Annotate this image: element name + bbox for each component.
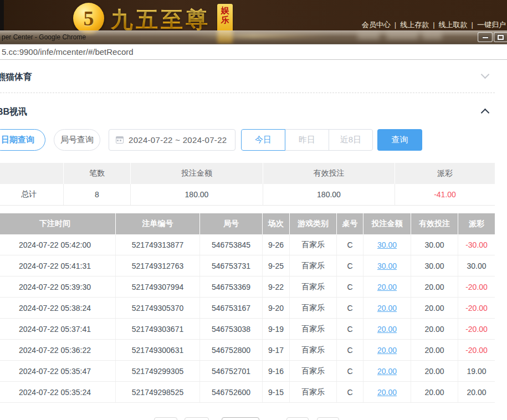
cell-payout: 19.00 <box>458 361 495 381</box>
badge-char: 乐 <box>221 15 229 24</box>
chevron-down-icon[interactable] <box>481 70 490 79</box>
cell-valid-bet: 20.00 <box>411 298 458 318</box>
nav-separator: | <box>395 21 396 29</box>
search-button[interactable]: 查询 <box>377 129 422 151</box>
cell-bet-time: 2024-07-22 05:37:41 <box>0 319 116 339</box>
cell-valid-bet: 20.00 <box>411 276 458 297</box>
cell-order-id: 521749303671 <box>116 319 200 339</box>
cell-table-id: C <box>337 276 363 297</box>
bet-table-rows: 2024-07-22 05:42:00521749313877546753845… <box>0 234 495 403</box>
summary-payout: -41.00 <box>395 184 495 205</box>
maximize-icon <box>498 35 504 40</box>
quick-date-group: 今日 昨日 近8日 <box>241 129 373 151</box>
cell-session: 9-15 <box>263 382 290 402</box>
logo-coin-icon: 5 <box>73 3 104 34</box>
cell-table-id: C <box>337 234 363 255</box>
bet-table-header-row: 下注时间注单编号局号场次游戏类别桌号投注金额有效投注派彩 <box>0 213 495 234</box>
cell-session: 9-16 <box>263 361 290 381</box>
cell-order-id: 521749305370 <box>116 298 200 318</box>
date-query-tab[interactable]: 日期查询 <box>0 129 45 151</box>
cell-valid-bet: 30.00 <box>411 255 458 276</box>
cell-order-id: 521749307994 <box>116 276 200 297</box>
bet-amount-link[interactable]: 30.00 <box>377 262 397 270</box>
section-bb-video[interactable]: BB视讯 <box>0 103 495 120</box>
cell-valid-bet: 20.00 <box>411 319 458 339</box>
cell-order-id: 521749313877 <box>116 234 200 255</box>
bet-amount-link[interactable]: 20.00 <box>377 283 397 291</box>
date-range-value: 2024-07-22 ~ 2024-07-22 <box>129 135 227 145</box>
cell-bet-time: 2024-07-22 05:38:24 <box>0 298 116 318</box>
section-panda-sports[interactable]: 熊猫体育 <box>0 68 495 85</box>
cell-table-id: C <box>337 319 363 339</box>
cell-order-id: 521749298525 <box>116 382 200 402</box>
bet-col-header: 场次 <box>263 213 290 234</box>
cell-game-type: 百家乐 <box>290 234 337 255</box>
bet-col-header: 游戏类别 <box>290 213 337 234</box>
screen: 5 九五至尊 娱乐 会员中心|线上存款|线上取款|一键归户 per Center… <box>0 0 507 420</box>
cell-session: 9-19 <box>263 319 290 339</box>
cell-round-id: 546753845 <box>200 234 263 255</box>
window-title: per Center - Google Chrome <box>2 33 86 41</box>
cell-bet-amount: 20.00 <box>363 382 411 402</box>
banner-nav-links: 会员中心|线上存款|线上取款|一键归户 <box>362 20 506 30</box>
cell-game-type: 百家乐 <box>290 298 337 318</box>
last8days-button[interactable]: 近8日 <box>329 129 373 151</box>
bet-col-header: 派彩 <box>458 213 495 234</box>
minimize-button[interactable] <box>478 32 493 42</box>
bet-amount-link[interactable]: 20.00 <box>377 304 397 313</box>
cell-bet-time: 2024-07-22 05:35:24 <box>0 382 116 402</box>
cell-session: 9-25 <box>263 255 290 276</box>
bet-amount-link[interactable]: 20.00 <box>377 367 397 376</box>
cell-table-id: C <box>337 340 363 360</box>
cell-bet-amount: 30.00 <box>363 255 411 276</box>
summary-total-row: 总计 8 180.00 180.00 -41.00 <box>0 184 495 206</box>
banner-link[interactable]: 线上存款 <box>400 21 429 29</box>
pagination-button[interactable] <box>154 417 177 420</box>
maximize-button[interactable] <box>494 32 507 42</box>
cell-round-id: 546752600 <box>200 382 263 402</box>
table-row: 2024-07-22 05:41:31521749312763546753731… <box>0 255 495 276</box>
bet-amount-link[interactable]: 30.00 <box>377 240 397 249</box>
summary-table: 笔数投注金额有效投注派彩 总计 8 180.00 180.00 -41.00 <box>0 163 495 206</box>
pagination-button[interactable] <box>317 417 339 420</box>
cell-valid-bet: 20.00 <box>411 382 458 402</box>
cell-session: 9-17 <box>263 340 290 360</box>
cell-bet-amount: 30.00 <box>363 234 411 255</box>
logo-coin-glyph: 5 <box>84 6 94 30</box>
today-button[interactable]: 今日 <box>241 129 285 151</box>
bet-amount-link[interactable]: 20.00 <box>377 325 397 334</box>
cell-bet-amount: 20.00 <box>363 340 411 360</box>
table-row: 2024-07-22 05:42:00521749313877546753845… <box>0 234 495 255</box>
table-row: 2024-07-22 05:38:24521749305370546753167… <box>0 298 495 319</box>
cell-payout: -20.00 <box>458 319 495 339</box>
pagination-button[interactable] <box>185 417 209 420</box>
cell-game-type: 百家乐 <box>290 340 337 360</box>
date-range-input[interactable]: 2024-07-22 ~ 2024-07-22 <box>109 129 235 151</box>
pagination-button[interactable] <box>286 417 309 420</box>
address-bar[interactable]: 5.cc:9900/infe/mcenter/#/betRecord <box>0 44 507 60</box>
round-query-tab[interactable]: 局号查询 <box>54 129 100 151</box>
cell-bet-time: 2024-07-22 05:42:00 <box>0 234 116 255</box>
table-row: 2024-07-22 05:37:41521749303671546753038… <box>0 319 495 340</box>
banner-link[interactable]: 一键归户 <box>477 21 506 29</box>
bet-col-header: 有效投注 <box>411 213 458 234</box>
banner-link[interactable]: 会员中心 <box>362 21 391 29</box>
cell-session: 9-22 <box>263 276 290 297</box>
window-titlebar[interactable]: per Center - Google Chrome <box>0 30 507 44</box>
table-row: 2024-07-22 05:39:30521749307994546753369… <box>0 276 495 298</box>
table-row: 2024-07-22 05:35:24521749298525546752600… <box>0 382 495 403</box>
cell-round-id: 546752800 <box>200 340 263 360</box>
bet-amount-link[interactable]: 20.00 <box>377 346 397 355</box>
page-content: 熊猫体育 BB视讯 日期查询 局号查询 2024-07-22 ~ 2024-07… <box>0 60 507 420</box>
cell-table-id: C <box>337 361 363 381</box>
bet-record-table: 下注时间注单编号局号场次游戏类别桌号投注金额有效投注派彩 2024-07-22 … <box>0 213 495 403</box>
cell-session: 9-20 <box>263 298 290 318</box>
nav-separator: | <box>433 21 434 29</box>
chevron-up-icon[interactable] <box>481 109 490 117</box>
bet-amount-link[interactable]: 20.00 <box>377 388 397 397</box>
pagination-page-select[interactable] <box>222 417 259 420</box>
cell-round-id: 546753038 <box>200 319 263 339</box>
banner-link[interactable]: 线上取款 <box>439 21 468 29</box>
yesterday-button[interactable]: 昨日 <box>285 129 329 151</box>
bet-col-header: 下注时间 <box>0 213 116 234</box>
